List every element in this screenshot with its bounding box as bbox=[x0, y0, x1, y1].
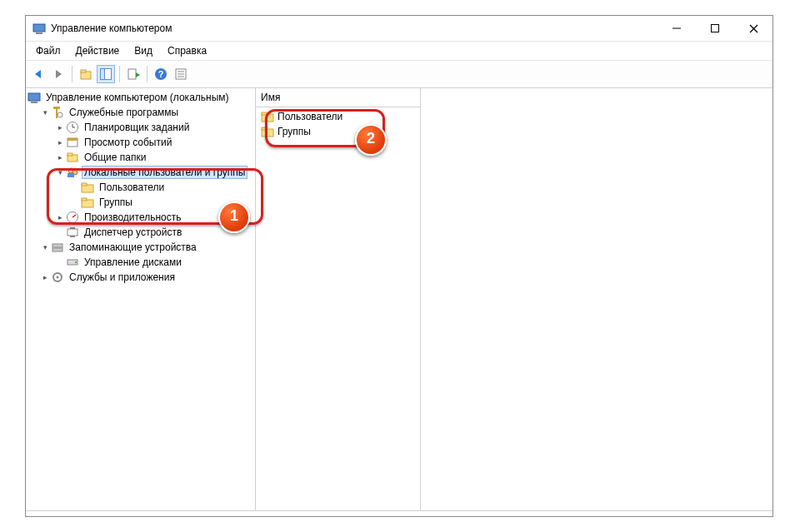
tree-system-tools[interactable]: ▾ Служебные программы bbox=[26, 105, 255, 120]
svg-rect-43 bbox=[70, 236, 75, 237]
column-header-name[interactable]: Имя bbox=[261, 92, 280, 103]
menu-action[interactable]: Действие bbox=[69, 43, 127, 58]
tree-event-viewer[interactable]: ▸ Просмотр событий bbox=[26, 135, 255, 150]
svg-rect-0 bbox=[33, 24, 45, 32]
tree-label: Службы и приложения bbox=[68, 271, 177, 283]
svg-point-49 bbox=[57, 276, 59, 279]
toolbar-separator bbox=[119, 66, 120, 82]
close-button[interactable] bbox=[734, 16, 772, 41]
svg-rect-53 bbox=[262, 127, 267, 130]
tree-label: Запоминающие устройства bbox=[68, 241, 198, 253]
tree-shared-folders[interactable]: ▸ Общие папки bbox=[26, 150, 255, 165]
folder-icon bbox=[261, 125, 274, 138]
forward-button[interactable] bbox=[49, 65, 68, 83]
tree-label: Пользователи bbox=[98, 181, 166, 193]
tools-icon bbox=[51, 106, 64, 119]
tree-device-manager[interactable]: Диспетчер устройств bbox=[26, 225, 255, 240]
chevron-right-icon[interactable]: ▸ bbox=[54, 213, 66, 221]
svg-rect-34 bbox=[68, 173, 74, 177]
tree-label: Служебные программы bbox=[68, 107, 180, 118]
tree-label: Локальные пользователи и группы bbox=[82, 167, 247, 178]
svg-rect-51 bbox=[262, 112, 267, 115]
tree-label: Общие папки bbox=[82, 152, 148, 163]
svg-point-47 bbox=[75, 261, 77, 263]
tree-performance[interactable]: ▸ Производительность bbox=[26, 210, 255, 225]
clock-icon bbox=[66, 121, 79, 134]
svg-rect-29 bbox=[68, 138, 78, 141]
tree-pane[interactable]: Управление компьютером (локальным) ▾ Слу… bbox=[26, 88, 256, 510]
tree-disk-management[interactable]: Управление дисками bbox=[26, 255, 255, 270]
help-button[interactable]: ? bbox=[152, 65, 170, 83]
svg-rect-41 bbox=[68, 229, 78, 236]
folder-icon bbox=[261, 110, 274, 123]
menu-view[interactable]: Вид bbox=[128, 43, 159, 58]
show-hide-tree-button[interactable] bbox=[97, 65, 115, 83]
tree-storage[interactable]: ▾ Запоминающие устройства bbox=[26, 240, 255, 255]
statusbar bbox=[26, 510, 772, 516]
svg-marker-7 bbox=[56, 70, 62, 78]
tree-label: Просмотр событий bbox=[82, 137, 173, 148]
list-pane[interactable]: Имя Пользователи Группы bbox=[256, 88, 421, 510]
performance-icon bbox=[66, 211, 79, 224]
chevron-down-icon[interactable]: ▾ bbox=[54, 168, 66, 177]
tree-label: Управление дисками bbox=[82, 256, 183, 268]
svg-point-24 bbox=[58, 112, 62, 117]
svg-marker-13 bbox=[136, 72, 140, 77]
minimize-button[interactable] bbox=[658, 16, 696, 41]
computer-management-icon bbox=[32, 22, 46, 35]
back-button[interactable] bbox=[29, 65, 48, 83]
svg-text:?: ? bbox=[158, 69, 164, 79]
computer-icon bbox=[28, 91, 41, 104]
maximize-button[interactable] bbox=[696, 16, 734, 41]
tree-label: Диспетчер устройств bbox=[82, 226, 183, 238]
tree-users[interactable]: Пользователи bbox=[26, 180, 255, 195]
up-button[interactable] bbox=[77, 65, 95, 83]
svg-rect-42 bbox=[70, 227, 75, 229]
chevron-down-icon[interactable]: ▾ bbox=[39, 108, 51, 117]
svg-rect-31 bbox=[68, 153, 72, 156]
tree-root[interactable]: Управление компьютером (локальным) bbox=[26, 90, 255, 105]
menubar: Файл Действие Вид Справка bbox=[26, 42, 772, 61]
properties-button[interactable] bbox=[172, 65, 190, 83]
list-item-label: Группы bbox=[278, 126, 311, 137]
window-title: Управление компьютером bbox=[51, 22, 658, 34]
chevron-right-icon[interactable]: ▸ bbox=[54, 153, 66, 162]
tree-local-users-groups[interactable]: ▾ Локальные пользователи и группы bbox=[26, 165, 255, 180]
svg-marker-6 bbox=[35, 70, 41, 78]
svg-rect-38 bbox=[82, 198, 87, 201]
device-manager-icon bbox=[66, 226, 79, 239]
list-item-groups[interactable]: Группы bbox=[256, 124, 420, 139]
users-groups-icon bbox=[66, 166, 79, 179]
export-list-button[interactable] bbox=[124, 65, 142, 83]
chevron-down-icon[interactable]: ▾ bbox=[39, 243, 51, 251]
svg-rect-11 bbox=[101, 69, 105, 80]
tree-label: Производительность bbox=[82, 211, 182, 223]
list-body: Пользователи Группы bbox=[256, 107, 420, 510]
services-icon bbox=[51, 271, 64, 284]
window-controls bbox=[658, 16, 772, 41]
detail-pane bbox=[421, 88, 772, 510]
toolbar-separator bbox=[72, 66, 72, 82]
svg-rect-3 bbox=[712, 25, 719, 32]
list-item-users[interactable]: Пользователи bbox=[256, 109, 420, 124]
menu-help[interactable]: Справка bbox=[161, 43, 213, 58]
chevron-right-icon[interactable]: ▸ bbox=[54, 138, 66, 147]
toolbar: ? bbox=[26, 61, 772, 88]
svg-rect-20 bbox=[28, 93, 40, 101]
menu-file[interactable]: Файл bbox=[29, 43, 68, 58]
tree-services-apps[interactable]: ▸ Службы и приложения bbox=[26, 270, 255, 285]
body-panes: Управление компьютером (локальным) ▾ Слу… bbox=[26, 88, 772, 510]
titlebar: Управление компьютером bbox=[26, 16, 772, 42]
svg-rect-45 bbox=[52, 248, 62, 251]
tree-label: Группы bbox=[98, 196, 134, 208]
storage-icon bbox=[51, 241, 64, 254]
chevron-right-icon[interactable]: ▸ bbox=[39, 273, 51, 281]
svg-rect-1 bbox=[36, 32, 42, 34]
chevron-right-icon[interactable]: ▸ bbox=[54, 123, 66, 132]
folder-icon bbox=[81, 196, 94, 209]
tree-task-scheduler[interactable]: ▸ Планировщик заданий bbox=[26, 120, 255, 135]
svg-rect-44 bbox=[52, 244, 62, 247]
list-item-label: Пользователи bbox=[278, 111, 342, 122]
list-header[interactable]: Имя bbox=[256, 88, 420, 107]
tree-groups[interactable]: Группы bbox=[26, 195, 255, 210]
